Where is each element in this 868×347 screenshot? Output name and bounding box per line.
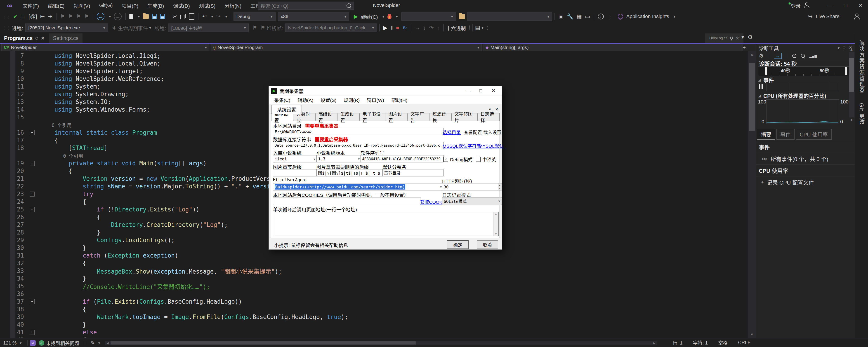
redo-chevron[interactable]: ▾ bbox=[225, 14, 227, 19]
redo-icon[interactable]: ↷ bbox=[216, 13, 221, 20]
paste-icon[interactable] bbox=[189, 13, 194, 20]
pin-icon[interactable] bbox=[35, 37, 38, 39]
panel-chevron-icon[interactable]: ▾ bbox=[838, 46, 839, 50]
continue-button-label[interactable]: 继续(C) bbox=[361, 13, 378, 20]
share-person-icon[interactable] bbox=[854, 13, 860, 20]
breadcrumb-member-dropdown[interactable]: ◆ Main(string[] args) bbox=[483, 44, 743, 51]
helplog-pin-icon[interactable] bbox=[730, 37, 733, 39]
system-select[interactable]: jieqi∨ bbox=[273, 155, 317, 162]
minimize-button[interactable]: — bbox=[823, 0, 838, 11]
undo-chevron[interactable]: ▾ bbox=[211, 14, 213, 19]
events-expander-icon[interactable]: ◢ bbox=[758, 78, 761, 82]
cpu-section-header[interactable]: ◢ CPU (所有处理器的百分比) bbox=[756, 92, 829, 99]
debug-play-icon[interactable]: ▶ bbox=[383, 25, 388, 31]
events-section-header[interactable]: ◢ 事件 bbox=[756, 76, 776, 83]
threads-icon[interactable]: ⦚ bbox=[469, 25, 470, 31]
profile-dropdown[interactable]: ▾ bbox=[401, 12, 456, 21]
menu-debug[interactable]: 调试(D) bbox=[168, 0, 194, 11]
local-dir-input[interactable]: E:\WWWROOT\wwww bbox=[273, 128, 443, 135]
accessibility-icon[interactable]: i bbox=[598, 13, 604, 20]
breadcrumb-project-dropdown[interactable]: C# NovelSpider ▾ bbox=[1, 44, 209, 51]
console-icon[interactable]: ▭ bbox=[585, 13, 590, 20]
panel-scroll-thumb[interactable] bbox=[849, 58, 854, 92]
record-cpu-profile-button[interactable]: ● 记录 CPU 配置文件 bbox=[756, 176, 855, 188]
wrench-icon[interactable]: 🔧 bbox=[567, 13, 574, 20]
bookmark-icon[interactable]: ⚑ bbox=[60, 13, 65, 20]
dialog-subtab-5[interactable]: 图片设置 bbox=[385, 113, 407, 121]
tab-program-cs[interactable]: Program.cs ✕ bbox=[0, 33, 49, 43]
close-button[interactable]: ✕ bbox=[853, 0, 868, 11]
tab-close-icon[interactable]: ✕ bbox=[41, 35, 45, 41]
attribute-icon[interactable]: [@] bbox=[29, 13, 37, 20]
menu-view[interactable]: 视图(V) bbox=[69, 0, 94, 11]
hscroll-thumb[interactable] bbox=[111, 341, 416, 345]
dialog-doc-tab[interactable]: 系统设置 bbox=[272, 105, 302, 114]
panel-scroll-down-icon[interactable]: ▼ bbox=[849, 117, 854, 123]
debug-pause-icon[interactable]: ‖ bbox=[391, 25, 393, 31]
hot-reload-icon[interactable] bbox=[388, 14, 392, 19]
toolbar-overflow-grip[interactable]: ⋮ bbox=[609, 14, 613, 19]
dialog-title-bar[interactable]: ▶ 關關采集器 — □ ✕ bbox=[269, 86, 502, 96]
dialog-close-icon[interactable]: ✕ bbox=[487, 86, 500, 95]
hscroll-right-icon[interactable]: ▶ bbox=[652, 341, 657, 345]
diag-gear-icon[interactable]: ⚙ bbox=[759, 53, 764, 59]
split-editor-handle[interactable]: ÷ bbox=[743, 44, 746, 51]
scroll-up-icon[interactable]: ▲ bbox=[748, 51, 756, 58]
fold-marker-icon[interactable]: − bbox=[30, 192, 35, 196]
status-line[interactable]: 行: 1 bbox=[673, 339, 682, 346]
platform-dropdown[interactable]: x86▾ bbox=[278, 12, 349, 21]
dialog-subtab-0[interactable]: 基本设置 bbox=[271, 113, 293, 121]
search-input[interactable]: 搜索 (Ctrl+Q) bbox=[258, 2, 354, 10]
conn-input[interactable]: Data Source=127.0.0.1;Database=xxxx;User… bbox=[273, 141, 443, 149]
timeline-selection-end[interactable] bbox=[845, 67, 847, 75]
loop-url-textarea[interactable]: ∧∨ bbox=[273, 212, 499, 236]
volume-input[interactable]: 章节目录 bbox=[382, 169, 443, 177]
scroll-down-icon[interactable]: ▼ bbox=[748, 331, 756, 338]
editor-horizontal-scrollbar[interactable]: ◀ ▶ bbox=[105, 341, 657, 345]
cpu-expander-icon[interactable]: ◢ bbox=[758, 94, 761, 98]
editor-vertical-scrollbar[interactable]: ▲ ▼ bbox=[748, 51, 756, 338]
editor-scroll-thumb[interactable] bbox=[749, 63, 755, 131]
new-file-icon[interactable] bbox=[129, 14, 133, 19]
account-icon[interactable] bbox=[804, 2, 810, 8]
panel-scroll-up-icon[interactable]: ▲ bbox=[849, 46, 854, 53]
find-in-files-icon[interactable] bbox=[459, 14, 465, 19]
copy-icon[interactable] bbox=[180, 14, 186, 19]
mssql-default-link[interactable]: MSSQL默认字符串 bbox=[442, 143, 481, 149]
thread-dropdown[interactable]: [18696] 主线程▾ bbox=[168, 24, 249, 32]
stack-frame-dropdown[interactable]: NovelSpider.HelpLog.button_0_Click▾ bbox=[285, 24, 377, 32]
navigate-forward-icon[interactable]: → bbox=[114, 13, 122, 20]
dialog-minimize-icon[interactable]: — bbox=[462, 86, 474, 95]
search-scope-dropdown[interactable]: ▾ bbox=[467, 12, 552, 21]
chart-icon[interactable]: ▂▄▆ bbox=[809, 54, 817, 58]
toolbar-grip[interactable]: ⋮⋮ bbox=[2, 14, 10, 19]
debugbar-grip[interactable]: ⋮⋮ bbox=[2, 25, 10, 31]
navigate-back-icon[interactable]: ← bbox=[97, 13, 104, 20]
menu-project[interactable]: 项目(P) bbox=[117, 0, 143, 11]
document-list-chevron[interactable]: ▾ bbox=[741, 34, 744, 40]
gear-icon[interactable]: ⚙ bbox=[748, 34, 753, 40]
zoom-dropdown[interactable]: 121 %▾ bbox=[0, 339, 25, 347]
diagnostic-tools-header[interactable]: 诊断工具 ▾ ✕ bbox=[756, 44, 855, 52]
dialog-subtab-9[interactable]: 日志选择 bbox=[477, 113, 500, 121]
ok-button[interactable]: 确定 bbox=[447, 240, 469, 249]
app-insights-bulb-icon[interactable] bbox=[618, 14, 623, 19]
status-column[interactable]: 字符: 1 bbox=[693, 339, 708, 346]
tab-settings-cs[interactable]: Settings.cs bbox=[49, 33, 83, 43]
tab-summary[interactable]: 摘要 bbox=[757, 129, 775, 139]
dialog-subtab-6[interactable]: 文字广告 bbox=[408, 113, 430, 121]
timeline-ruler[interactable]: 40秒 50秒 bbox=[758, 66, 850, 76]
serial-input[interactable]: 4EB3641B-A8F1-41CA-BE6F-E03F22C53239 bbox=[361, 155, 443, 162]
memory-window-icon[interactable]: ▤ bbox=[475, 25, 480, 31]
tab-events[interactable]: 事件 bbox=[776, 129, 795, 139]
ua-combo[interactable]: Baiduspider+(+http://www.baidu.com/searc… bbox=[273, 183, 443, 190]
debug-restart-icon[interactable]: ↻ bbox=[402, 25, 407, 31]
fold-marker-icon[interactable]: − bbox=[30, 330, 35, 335]
breadcrumb-type-dropdown[interactable]: {} NovelSpider.Program ▾ bbox=[211, 44, 482, 51]
timeout-spinner[interactable]: ▲▼ bbox=[498, 184, 502, 190]
bookmark-prev-icon[interactable]: ⚑ bbox=[68, 13, 73, 20]
vs-window-icon[interactable]: ▣ bbox=[559, 13, 564, 20]
health-indicator[interactable]: ✓ 未找到相关问题 bbox=[36, 339, 83, 347]
fold-marker-icon[interactable]: − bbox=[30, 299, 35, 304]
save-all-icon[interactable] bbox=[160, 14, 165, 19]
